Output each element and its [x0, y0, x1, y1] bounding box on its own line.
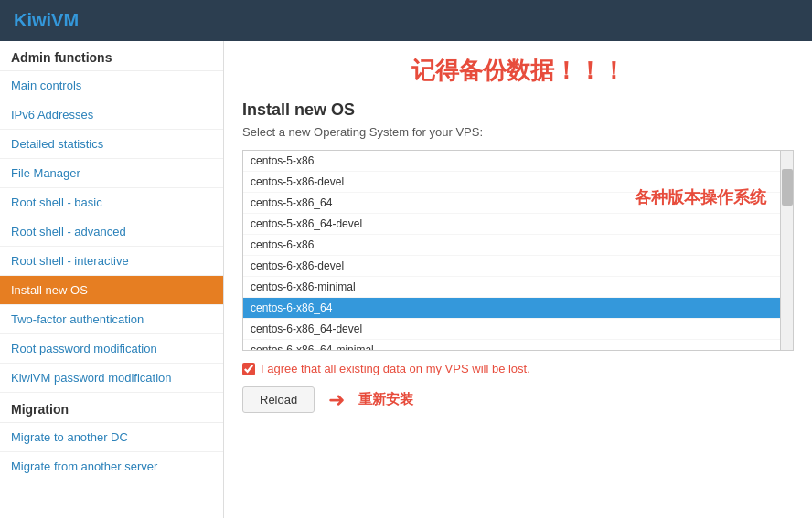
sidebar-item-kiwi-password[interactable]: KiwiVM password modification — [0, 364, 223, 393]
os-select-container: centos-5-x86centos-5-x86-develcentos-5-x… — [242, 150, 794, 351]
agree-row: I agree that all existing data on my VPS… — [242, 362, 794, 375]
os-list-item[interactable]: centos-6-x86_64-minimal — [243, 340, 780, 350]
sidebar-item-main-controls[interactable]: Main controls — [0, 71, 223, 100]
sidebar-item-root-shell-interactive[interactable]: Root shell - interactive — [0, 247, 223, 276]
reload-arrow: ➜ — [328, 388, 345, 412]
sidebar-item-file-manager[interactable]: File Manager — [0, 159, 223, 188]
os-list[interactable]: centos-5-x86centos-5-x86-develcentos-5-x… — [243, 151, 780, 350]
admin-section-title: Admin functions — [0, 41, 223, 71]
header: KiwiVM — [0, 0, 812, 41]
migration-section-title: Migration — [0, 393, 223, 423]
sidebar-item-root-shell-advanced[interactable]: Root shell - advanced — [0, 217, 223, 247]
sidebar-item-root-shell-basic[interactable]: Root shell - basic — [0, 188, 223, 217]
page-subtitle: Select a new Operating System for your V… — [242, 125, 794, 139]
sidebar-item-install-os[interactable]: Install new OS — [0, 276, 223, 305]
os-list-item[interactable]: centos-5-x86_64 — [243, 193, 780, 214]
sidebar-item-migrate-dc[interactable]: Migrate to another DC — [0, 423, 223, 452]
sidebar-item-ipv6[interactable]: IPv6 Addresses — [0, 100, 223, 130]
main-layout: Admin functions Main controls IPv6 Addre… — [0, 41, 812, 518]
os-list-item[interactable]: centos-6-x86_64 — [243, 298, 780, 319]
sidebar-item-migrate-server[interactable]: Migrate from another server — [0, 452, 223, 481]
reload-button[interactable]: Reload — [242, 386, 315, 413]
sidebar-item-root-password[interactable]: Root password modification — [0, 334, 223, 364]
sidebar-item-two-factor[interactable]: Two-factor authentication — [0, 305, 223, 334]
agree-label: I agree that all existing data on my VPS… — [261, 362, 530, 375]
scrollbar-track — [780, 151, 793, 350]
os-list-item[interactable]: centos-5-x86 — [243, 151, 780, 172]
os-list-item[interactable]: centos-5-x86_64-devel — [243, 214, 780, 235]
scrollbar-thumb — [782, 169, 793, 206]
agree-checkbox[interactable] — [242, 363, 255, 375]
os-list-item[interactable]: centos-6-x86_64-devel — [243, 319, 780, 340]
sidebar: Admin functions Main controls IPv6 Addre… — [0, 41, 224, 518]
content-area: www.litvpser.com 记得备份数据！！！ Install new O… — [224, 41, 812, 518]
os-list-item[interactable]: centos-6-x86-minimal — [243, 277, 780, 298]
reload-row: Reload ➜ 重新安装 — [242, 386, 794, 413]
sidebar-item-detailed-stats[interactable]: Detailed statistics — [0, 130, 223, 159]
os-list-item[interactable]: centos-6-x86-devel — [243, 256, 780, 277]
os-list-item[interactable]: centos-6-x86 — [243, 235, 780, 256]
reload-annotation: 重新安装 — [358, 391, 413, 408]
page-title: Install new OS — [242, 100, 794, 120]
os-select-wrapper: centos-5-x86centos-5-x86-develcentos-5-x… — [242, 150, 794, 351]
os-list-item[interactable]: centos-5-x86-devel — [243, 172, 780, 193]
notice-text: 记得备份数据！！！ — [242, 55, 794, 87]
logo: KiwiVM — [14, 10, 79, 31]
